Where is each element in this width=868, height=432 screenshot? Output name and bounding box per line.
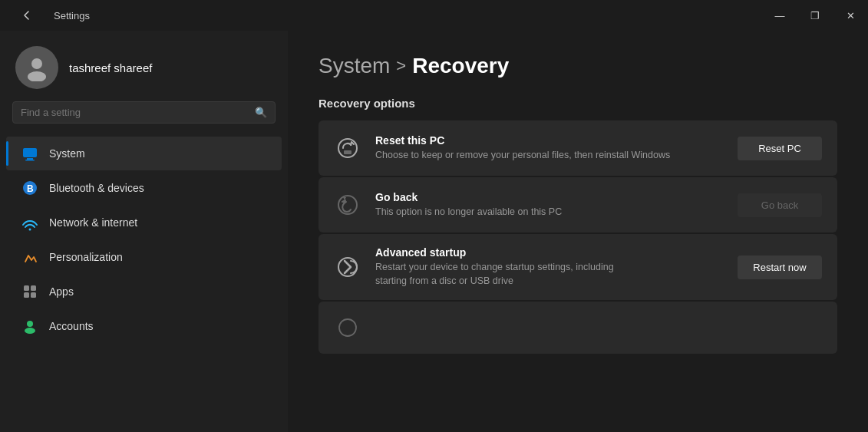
search-box: 🔍 <box>12 101 276 124</box>
personalization-icon <box>21 249 38 265</box>
go-back-icon <box>334 191 361 219</box>
svg-point-13 <box>25 328 35 334</box>
reset-pc-icon <box>334 134 361 162</box>
sidebar-item-label-personalization: Personalization <box>49 251 123 263</box>
breadcrumb-current: Recovery <box>412 54 509 78</box>
nav-list: System B Bluetooth & devices <box>0 133 288 347</box>
system-icon <box>21 145 38 162</box>
apps-icon <box>21 283 38 300</box>
svg-rect-11 <box>31 292 36 298</box>
go-back-button: Go back <box>738 193 822 217</box>
svg-point-17 <box>338 258 357 276</box>
sidebar-item-system[interactable]: System <box>6 137 282 170</box>
titlebar: Settings — ❐ ✕ <box>0 0 868 31</box>
sidebar-item-label-apps: Apps <box>49 285 74 298</box>
breadcrumb: System > Recovery <box>318 54 837 78</box>
advanced-startup-icon <box>334 253 361 281</box>
titlebar-title: Settings <box>54 10 90 21</box>
advanced-startup-desc: Restart your device to change startup se… <box>375 261 724 288</box>
user-profile[interactable]: tashreef shareef <box>0 31 288 101</box>
svg-rect-10 <box>24 292 29 298</box>
svg-point-12 <box>27 321 33 327</box>
svg-rect-9 <box>31 285 36 291</box>
reset-pc-button[interactable]: Reset PC <box>738 137 822 160</box>
back-button[interactable] <box>9 3 45 28</box>
sidebar-item-personalization[interactable]: Personalization <box>6 240 282 274</box>
user-name: tashreef shareef <box>69 61 152 74</box>
sidebar-item-label-network: Network & internet <box>49 216 137 229</box>
svg-rect-15 <box>344 150 351 154</box>
svg-rect-8 <box>24 285 29 291</box>
reset-pc-desc: Choose to keep or remove your personal f… <box>375 149 724 163</box>
reset-pc-title: Reset this PC <box>375 134 724 147</box>
maximize-button[interactable]: ❐ <box>797 3 833 28</box>
option-reset-pc: Reset this PC Choose to keep or remove y… <box>318 120 837 176</box>
bluetooth-icon: B <box>21 180 38 196</box>
close-button[interactable]: ✕ <box>833 3 868 28</box>
sidebar-item-accounts[interactable]: Accounts <box>6 309 282 343</box>
go-back-text: Go back This option is no longer availab… <box>375 191 724 219</box>
svg-point-1 <box>28 71 46 81</box>
option-advanced-startup: Advanced startup Restart your device to … <box>318 234 837 300</box>
svg-point-7 <box>29 229 31 231</box>
svg-point-14 <box>338 139 357 157</box>
svg-point-0 <box>31 58 42 69</box>
network-icon <box>21 214 38 231</box>
search-input[interactable] <box>21 107 249 118</box>
svg-rect-3 <box>27 158 33 160</box>
svg-rect-4 <box>25 160 35 161</box>
go-back-desc: This option is no longer available on th… <box>375 206 724 219</box>
app-body: tashreef shareef 🔍 System <box>0 31 868 432</box>
search-icon: 🔍 <box>255 107 267 118</box>
option-go-back: Go back This option is no longer availab… <box>318 177 837 232</box>
section-title: Recovery options <box>318 97 837 110</box>
titlebar-controls: — ❐ ✕ <box>762 3 868 28</box>
svg-rect-2 <box>23 148 37 157</box>
sidebar-item-network[interactable]: Network & internet <box>6 206 282 239</box>
sidebar-item-label-accounts: Accounts <box>49 320 94 332</box>
partial-card-icon <box>334 314 361 341</box>
main-content: System > Recovery Recovery options R <box>288 31 868 432</box>
svg-point-18 <box>339 319 356 336</box>
restart-now-button[interactable]: Restart now <box>738 256 822 279</box>
svg-text:B: B <box>27 183 34 194</box>
sidebar: tashreef shareef 🔍 System <box>0 31 288 432</box>
breadcrumb-parent: System <box>318 54 390 78</box>
partial-card <box>318 302 837 354</box>
sidebar-item-apps[interactable]: Apps <box>6 275 282 308</box>
search-container: 🔍 <box>0 101 288 133</box>
sidebar-item-label-bluetooth: Bluetooth & devices <box>49 182 144 194</box>
reset-pc-text: Reset this PC Choose to keep or remove y… <box>375 134 724 163</box>
minimize-button[interactable]: — <box>762 3 797 28</box>
accounts-icon <box>21 318 38 335</box>
sidebar-item-label-system: System <box>49 147 85 160</box>
recovery-options-list: Reset this PC Choose to keep or remove y… <box>318 120 837 354</box>
advanced-startup-text: Advanced startup Restart your device to … <box>375 246 724 288</box>
avatar <box>15 46 58 89</box>
advanced-startup-title: Advanced startup <box>375 246 724 259</box>
sidebar-item-bluetooth[interactable]: B Bluetooth & devices <box>6 171 282 205</box>
breadcrumb-separator: > <box>396 56 406 76</box>
go-back-title: Go back <box>375 191 724 203</box>
titlebar-left: Settings <box>9 3 90 28</box>
